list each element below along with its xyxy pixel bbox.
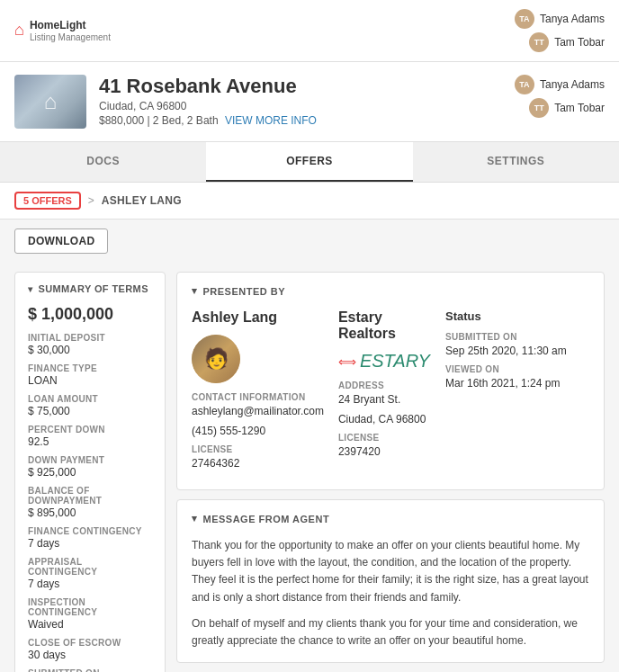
- message-text-1: Thank you for the opportunity to make an…: [192, 537, 589, 606]
- user-1: TA Tanya Adams: [515, 9, 605, 29]
- user-avatar-2: TT: [529, 32, 549, 52]
- breadcrumb: 5 OFFERS > ASHLEY LANG: [0, 183, 619, 220]
- presented-toggle-icon[interactable]: ▾: [192, 285, 198, 297]
- property-image: ⌂: [14, 75, 86, 129]
- property-right: TA Tanya Adams TT Tam Tobar: [515, 75, 605, 118]
- prop-user-name-1: Tanya Adams: [540, 78, 605, 91]
- user-name-1: Tanya Adams: [540, 13, 605, 25]
- presented-by-title: ▾ PRESENTED BY: [192, 285, 589, 297]
- property-left: ⌂ 41 Rosebank Avenue Ciudad, CA 96800 $8…: [14, 75, 317, 129]
- agent-col: Ashley Lang 🧑 CONTACT INFORMATION ashley…: [192, 309, 338, 477]
- agent-phone: (415) 555-1290: [192, 425, 324, 437]
- offer-price: $ 1,000,000: [28, 305, 152, 324]
- term-loan-amount: LOAN AMOUNT $ 75,000: [28, 394, 152, 417]
- agent-avatar: 🧑: [192, 335, 240, 383]
- breadcrumb-separator: >: [88, 194, 94, 207]
- property-details: $880,000 | 2 Bed, 2 Bath VIEW MORE INFO: [99, 114, 317, 127]
- right-panel: ▾ PRESENTED BY Ashley Lang 🧑 CONTACT INF…: [176, 272, 605, 672]
- summary-panel: ▾ SUMMARY OF TERMS $ 1,000,000 INITIAL D…: [14, 272, 166, 672]
- agent-license-label: LICENSE: [192, 444, 324, 454]
- term-initial-deposit: INITIAL DEPOSIT $ 30,000: [28, 333, 152, 356]
- property-info: 41 Rosebank Avenue Ciudad, CA 96800 $880…: [99, 75, 317, 127]
- tab-bar: DOCS OFFERS SETTINGS: [0, 142, 619, 183]
- tab-settings[interactable]: SETTINGS: [413, 142, 619, 182]
- term-appraisal-contingency: APPRAISAL CONTINGENCY 7 days: [28, 557, 152, 590]
- message-text-2: On behalf of myself and my clients thank…: [192, 615, 589, 650]
- submitted-label: SUBMITTED ON: [445, 332, 589, 342]
- brokerage-address-2: Ciudad, CA 96800: [338, 413, 431, 426]
- breadcrumb-offers[interactable]: 5 OFFERS: [14, 192, 81, 210]
- logo-name: HomeLight: [30, 19, 111, 31]
- status-title: Status: [445, 309, 589, 323]
- property-city: Ciudad, CA 96800: [99, 100, 317, 112]
- prop-avatar-2: TT: [529, 98, 549, 118]
- user-avatar-1: TA: [515, 9, 534, 29]
- house-icon: ⌂: [44, 89, 58, 114]
- message-card: ▾ MESSAGE FROM AGENT Thank you for the o…: [176, 499, 605, 663]
- contact-label: CONTACT INFORMATION: [192, 392, 324, 402]
- summary-toggle-icon[interactable]: ▾: [28, 284, 32, 294]
- term-finance-type: FINANCE TYPE LOAN: [28, 363, 152, 387]
- header-users: TA Tanya Adams TT Tam Tobar: [515, 9, 605, 52]
- download-area: DOWNLOAD: [0, 220, 619, 263]
- estary-icon: ⟺: [338, 354, 356, 369]
- tab-offers[interactable]: OFFERS: [206, 142, 412, 182]
- term-percent-down: PERCENT DOWN 92.5: [28, 425, 152, 448]
- tab-docs[interactable]: DOCS: [0, 142, 206, 182]
- summary-title: ▾ SUMMARY OF TERMS: [28, 283, 152, 294]
- term-down-payment: DOWN PAYMENT $ 925,000: [28, 455, 152, 479]
- brokerage-license: 2397420: [338, 445, 431, 458]
- term-finance-contingency: FINANCE CONTINGENCY 7 days: [28, 526, 152, 550]
- prop-user-1: TA Tanya Adams: [515, 75, 605, 94]
- breadcrumb-current: ASHLEY LANG: [102, 194, 182, 207]
- message-title: ▾ MESSAGE FROM AGENT: [192, 513, 589, 524]
- agent-avatar-img: 🧑: [192, 335, 240, 383]
- status-col: Status SUBMITTED ON Sep 25th 2020, 11:30…: [445, 309, 589, 477]
- property-section: ⌂ 41 Rosebank Avenue Ciudad, CA 96800 $8…: [0, 62, 619, 142]
- logo-area: ⌂ HomeLight Listing Management: [14, 19, 111, 41]
- term-inspection-contingency: INSPECTION CONTINGENCY Waived: [28, 597, 152, 631]
- agent-license: 27464362: [192, 457, 324, 470]
- prop-user-2: TT Tam Tobar: [529, 98, 605, 118]
- main-content: ▾ SUMMARY OF TERMS $ 1,000,000 INITIAL D…: [0, 263, 619, 672]
- viewed-label: VIEWED ON: [445, 364, 589, 374]
- brokerage-name: Estary Realtors: [338, 309, 431, 342]
- term-close-of-escrow: CLOSE OF ESCROW 30 days: [28, 638, 152, 661]
- estary-logo: ⟺ ESTARY: [338, 351, 431, 372]
- homelight-icon: ⌂: [14, 21, 24, 40]
- presented-grid: Ashley Lang 🧑 CONTACT INFORMATION ashley…: [192, 309, 589, 477]
- brokerage-address-1: 24 Bryant St.: [338, 393, 431, 406]
- brokerage-address-label: ADDRESS: [338, 381, 431, 390]
- brokerage-col: Estary Realtors ⟺ ESTARY ADDRESS 24 Brya…: [338, 309, 445, 477]
- view-more-link[interactable]: VIEW MORE INFO: [225, 114, 317, 127]
- prop-avatar-1: TA: [515, 75, 534, 94]
- property-address: 41 Rosebank Avenue: [99, 75, 317, 98]
- user-name-2: Tam Tobar: [554, 36, 605, 49]
- user-2: TT Tam Tobar: [529, 32, 605, 52]
- brokerage-license-label: LICENSE: [338, 433, 431, 443]
- prop-user-name-2: Tam Tobar: [554, 102, 605, 114]
- term-submitted-on: SUBMITTED ON Sep 25th 2020, 11:30 am: [28, 668, 152, 672]
- agent-name: Ashley Lang: [192, 309, 324, 326]
- message-toggle-icon[interactable]: ▾: [192, 513, 198, 524]
- estary-text: ESTARY: [360, 351, 430, 372]
- presented-by-card: ▾ PRESENTED BY Ashley Lang 🧑 CONTACT INF…: [176, 272, 605, 490]
- download-button[interactable]: DOWNLOAD: [14, 228, 108, 254]
- logo-subtitle: Listing Management: [30, 32, 111, 42]
- agent-email: ashleylang@mailinator.com: [192, 405, 324, 417]
- term-balance-downpayment: BALANCE OF DOWNPAYMENT $ 895,000: [28, 486, 152, 519]
- submitted-date: Sep 25th 2020, 11:30 am: [445, 345, 589, 357]
- viewed-date: Mar 16th 2021, 1:24 pm: [445, 377, 589, 390]
- header: ⌂ HomeLight Listing Management TA Tanya …: [0, 0, 619, 62]
